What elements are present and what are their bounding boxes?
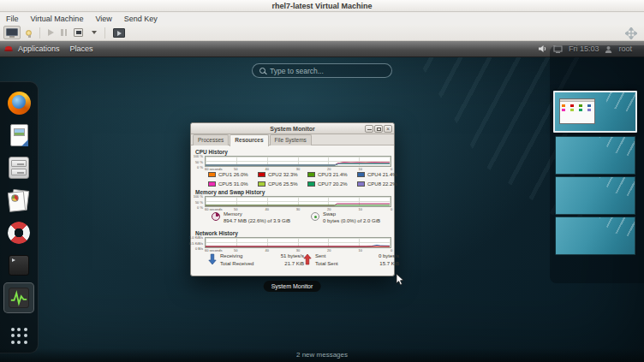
dock-documents-icon[interactable] (6, 187, 32, 213)
cpu3-legend-item: CPU3 21.4% (307, 170, 357, 179)
total-received-value: 21.7 KiB (268, 261, 304, 269)
tab-processes[interactable]: Processes (193, 134, 229, 145)
swap-legend-item: Swap0 bytes (0.0%) of 2.0 GiB (311, 211, 380, 223)
menu-virtual-machine[interactable]: Virtual Machine (25, 13, 90, 25)
applications-menu[interactable]: Applications (13, 41, 65, 57)
vm-display[interactable]: Applications Places Fri 15:03 root (0, 41, 644, 362)
cpu-chart-yaxis: 100 %50 %0 % (192, 156, 204, 167)
memory-history-title: Memory and Swap History (195, 189, 265, 195)
receiving-label: Receiving (220, 253, 268, 261)
cpu2-swatch (258, 172, 265, 177)
display-icon (113, 28, 125, 38)
monitor-icon (6, 28, 18, 38)
memory-chart-yaxis: 100 %50 %0 % (192, 196, 204, 207)
swap-value: 0 bytes (0.0%) of 2.0 GiB (323, 218, 380, 223)
power-on-button[interactable] (24, 26, 33, 39)
receiving-value: 51 bytes/s (268, 253, 304, 261)
dock-help-icon[interactable] (6, 220, 32, 246)
workspace-window-thumbnail (559, 98, 595, 124)
sent-arrow-icon (303, 253, 312, 265)
vm-toolbar (0, 25, 644, 41)
dock-terminal-icon[interactable] (6, 252, 32, 278)
dock-files-icon[interactable] (6, 155, 32, 181)
message-tray[interactable]: 2 new messages (0, 348, 644, 362)
cpu4-swatch (357, 172, 365, 177)
fullscreen-button[interactable] (111, 26, 127, 39)
dock-firefox-icon[interactable] (6, 90, 32, 116)
cpu5-legend-item: CPU5 31.0% (208, 180, 258, 188)
shutdown-button[interactable] (72, 26, 85, 39)
places-menu[interactable]: Places (65, 41, 98, 57)
cpu6-legend-item: CPU6 25.5% (258, 180, 307, 188)
expand-arrows-icon[interactable] (625, 27, 637, 39)
search-bar[interactable] (252, 63, 392, 78)
tab-resources[interactable]: Resources (230, 134, 268, 146)
network-chart (205, 237, 391, 248)
minimize-button[interactable] (365, 125, 373, 133)
dock-document-viewer-icon[interactable] (6, 122, 32, 148)
memory-pie-icon (212, 212, 220, 221)
search-icon (259, 68, 265, 74)
redhat-logo-icon (4, 46, 13, 52)
memory-chart-block: 100 %50 %0 % 60 seconds50403020100 (192, 196, 394, 213)
memory-chart (205, 196, 391, 207)
menu-file[interactable]: File (0, 13, 25, 25)
run-button[interactable] (46, 26, 56, 39)
menu-send-key[interactable]: Send Key (118, 13, 164, 25)
workspace-thumbnail-1[interactable] (553, 91, 637, 133)
total-sent-value: 15.7 KiB (363, 261, 399, 269)
show-applications-button[interactable] (6, 323, 32, 348)
cpu2-legend-item: CPU2 32.3% (258, 170, 307, 179)
cpu3-swatch (307, 172, 315, 177)
mouse-cursor (396, 273, 405, 286)
app-grid-icon (11, 328, 27, 344)
vm-window-title: rhel7-latest Virtual Machine (0, 0, 644, 12)
vm-menubar: File Virtual Machine View Send Key (0, 13, 644, 25)
sent-legend-item: Sent0 bytes/s Total Sent15.7 KiB (303, 253, 399, 269)
memory-value: 894.7 MiB (22.6%) of 3.9 GiB (224, 218, 290, 223)
memory-legend-item: Memory894.7 MiB (22.6%) of 3.9 GiB (212, 211, 290, 223)
workspace-thumbnail-3[interactable] (555, 176, 635, 215)
window-caption: System Monitor (264, 281, 321, 292)
system-monitor-window[interactable]: System Monitor × Processes Resources Fil… (190, 122, 395, 276)
workspace-thumbnail-2[interactable] (555, 136, 635, 175)
cpu-legend: CPU1 26.0% CPU2 32.3% CPU3 21.4% CPU4 21… (208, 170, 407, 188)
console-button[interactable] (3, 26, 21, 39)
shutdown-menu-button[interactable] (88, 26, 98, 39)
cpu7-swatch (307, 181, 315, 187)
receiving-arrow-icon (208, 253, 217, 265)
cpu4-legend-item: CPU4 21.4% (357, 170, 407, 179)
network-chart-block: 1.0 KiB/s0.5 KiB/s0 B/s 60 seconds504030… (192, 237, 394, 254)
gnome-top-bar: Applications Places Fri 15:03 root (0, 41, 644, 57)
cpu8-legend-item: CPU8 22.2% (357, 180, 407, 188)
tab-file-systems[interactable]: File Systems (270, 134, 312, 145)
memory-label: Memory (224, 211, 290, 217)
pause-button[interactable] (59, 26, 69, 39)
maximize-button[interactable] (374, 125, 383, 133)
cpu-chart (205, 156, 391, 167)
search-input[interactable] (270, 67, 385, 75)
toolbar-separator (104, 27, 105, 39)
dock-system-monitor-icon[interactable] (6, 285, 32, 311)
toolbar-separator (39, 27, 40, 39)
receiving-legend-item: Receiving51 bytes/s Total Received21.7 K… (208, 253, 304, 269)
cpu6-swatch (258, 181, 265, 187)
close-button[interactable]: × (384, 125, 392, 133)
play-icon (48, 29, 54, 36)
total-received-label: Total Received (220, 261, 268, 269)
pause-icon (61, 29, 67, 36)
menu-view[interactable]: View (89, 13, 117, 25)
swap-label: Swap (323, 211, 380, 217)
volume-icon[interactable] (538, 45, 547, 53)
sent-label: Sent (315, 253, 363, 261)
total-sent-label: Total Sent (315, 261, 363, 269)
chevron-down-icon (92, 31, 97, 34)
system-monitor-titlebar[interactable]: System Monitor (191, 123, 394, 134)
tab-bar: Processes Resources File Systems (191, 134, 394, 145)
lightbulb-icon (26, 30, 32, 36)
network-chart-yaxis: 1.0 KiB/s0.5 KiB/s0 B/s (192, 237, 204, 248)
cpu8-swatch (357, 181, 365, 187)
cpu1-legend-item: CPU1 26.0% (208, 170, 258, 179)
sent-value: 0 bytes/s (363, 253, 399, 261)
workspace-thumbnail-4[interactable] (555, 217, 635, 255)
